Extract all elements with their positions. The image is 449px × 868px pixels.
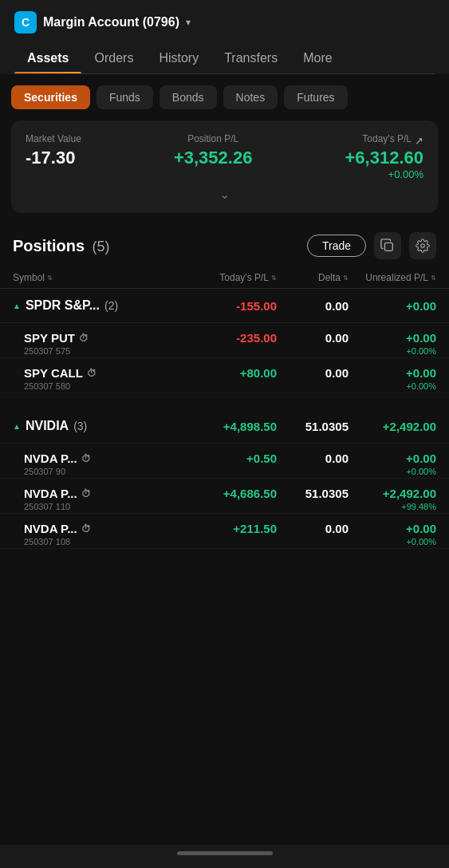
subtab-securities[interactable]: Securities: [11, 85, 90, 109]
spy-call-code: 250307 580: [24, 381, 136, 391]
expand-icon: ⌄: [219, 187, 230, 202]
tab-history[interactable]: History: [146, 43, 211, 73]
collapse-nvidia-icon: ▲: [13, 422, 21, 431]
subtab-bonds[interactable]: Bonds: [160, 85, 217, 109]
nvda-3-todays-pl: +211.50: [233, 522, 277, 535]
todays-pl-col: Today's P/L ↗︎ +6,312.60 +0.00%: [345, 133, 423, 180]
tab-transfers[interactable]: Transfers: [211, 43, 290, 73]
position-row-nvda-2[interactable]: NVDA P... ⏱ 250307 110 +4,686.50 51.0305…: [0, 479, 449, 514]
position-row-spy-call[interactable]: SPY CALL ⏱ 250307 580 +80.00 0.00 +0.00 …: [0, 358, 449, 393]
nvidia-count: (3): [73, 420, 87, 432]
positions-title: Positions (5): [13, 237, 110, 255]
th-todays-pl[interactable]: Today's P/L ⇅: [124, 272, 277, 283]
account-dropdown-icon[interactable]: ▾: [186, 17, 191, 28]
tab-orders[interactable]: Orders: [81, 43, 146, 73]
spy-put-todays-pl: -235.00: [236, 331, 277, 345]
position-row-spy-put[interactable]: SPY PUT ⏱ 250307 575 -235.00 0.00 +0.00 …: [0, 323, 449, 358]
nvda-1-unrealized-pct: +0.00%: [406, 467, 436, 476]
nvda-3-delta: 0.00: [325, 522, 349, 535]
nvda-1-delta: 0.00: [325, 452, 349, 465]
settings-icon[interactable]: [409, 232, 436, 259]
market-value-col: Market Value -17.30: [26, 133, 81, 168]
summary-card: Market Value -17.30 Position P/L +3,352.…: [11, 120, 438, 213]
nvidia-unrealized: +2,492.00: [349, 420, 436, 433]
nvda-3-unrealized: +0.00: [406, 522, 436, 535]
nvda-2-delta: 51.0305: [305, 487, 349, 500]
spdr-unrealized: +0.00: [349, 299, 436, 313]
position-pl-label: Position P/L: [187, 133, 238, 144]
group-row-spdr[interactable]: ▲ SPDR S&P... (2) -155.00 0.00 +0.00: [0, 289, 449, 323]
bottom-bar: [0, 845, 449, 868]
group-row-nvidia[interactable]: ▲ NVIDIA (3) +4,898.50 51.0305 +2,492.00: [0, 409, 449, 444]
spdr-todays-pl: -155.00: [124, 299, 277, 313]
sub-tabs: Securities Funds Bonds Notes Futures: [0, 74, 449, 120]
position-pl-col: Position P/L +3,352.26: [174, 133, 252, 168]
th-unrealized-pl[interactable]: Unrealized P/L ⇅: [349, 272, 436, 283]
market-value-label: Market Value: [26, 133, 81, 144]
spy-call-unrealized-pct: +0.00%: [406, 381, 436, 391]
spy-call-todays-pl-cell: +80.00: [136, 366, 277, 380]
account-title: Margin Account (0796): [43, 15, 179, 30]
positions-header: Positions (5) Trade: [0, 226, 449, 267]
nvda-2-symbol-cell: NVDA P... ⏱ 250307 110: [24, 487, 136, 511]
nav-tabs: Assets Orders History Transfers More: [14, 43, 435, 74]
svg-rect-0: [384, 243, 392, 251]
collapse-spdr-icon: ▲: [13, 302, 21, 310]
spy-call-delta-cell: 0.00: [277, 366, 349, 380]
spy-put-unrealized-cell: +0.00 +0.00%: [349, 331, 436, 356]
svg-point-1: [421, 244, 425, 248]
account-row: C Margin Account (0796) ▾: [14, 11, 435, 43]
nvda-3-unrealized-pct: +0.00%: [406, 537, 436, 546]
subtab-futures[interactable]: Futures: [284, 85, 347, 109]
group-label-nvidia: ▲ NVIDIA (3): [13, 419, 124, 433]
todays-pl-label: Today's P/L: [362, 133, 412, 144]
spy-put-todays-pl-cell: -235.00: [136, 331, 277, 345]
subtab-funds[interactable]: Funds: [96, 85, 153, 109]
spy-put-code: 250307 575: [24, 346, 136, 356]
nvda-3-delta-cell: 0.00: [277, 522, 349, 535]
account-icon: C: [14, 11, 37, 34]
spdr-count: (2): [104, 299, 118, 312]
tab-more[interactable]: More: [290, 43, 345, 73]
spy-put-unrealized-pct: +0.00%: [406, 346, 436, 356]
sort-unrealized-icon: ⇅: [431, 274, 436, 282]
nvda-2-delta-cell: 51.0305: [277, 487, 349, 500]
nvda-1-unrealized: +0.00: [406, 452, 436, 465]
nvda-2-todays-pl: +4,686.50: [223, 487, 277, 500]
sort-symbol-icon: ⇅: [47, 274, 53, 282]
nvda-1-todays-pl: +0.50: [246, 452, 277, 465]
export-icon[interactable]: ↗︎: [415, 135, 423, 147]
position-row-nvda-3[interactable]: NVDA P... ⏱ 250307 108 +211.50 0.00 +0.0…: [0, 514, 449, 549]
nvda-2-code: 250307 110: [24, 502, 136, 511]
nvda-1-code: 250307 90: [24, 467, 136, 476]
nvda-2-todays-pl-cell: +4,686.50: [136, 487, 277, 500]
sort-delta-icon: ⇅: [343, 274, 349, 282]
nvda-3-code: 250307 108: [24, 537, 136, 546]
home-indicator: [177, 851, 273, 855]
th-delta[interactable]: Delta ⇅: [277, 272, 349, 283]
position-pl-value: +3,352.26: [174, 148, 252, 168]
spy-put-delta: 0.00: [325, 331, 349, 345]
clock-icon-spy-call: ⏱: [87, 368, 96, 379]
trade-button[interactable]: Trade: [307, 235, 366, 257]
spy-call-symbol-cell: SPY CALL ⏱ 250307 580: [24, 366, 136, 391]
todays-pl-value: +6,312.60: [345, 148, 423, 168]
market-value: -17.30: [26, 148, 81, 168]
th-symbol[interactable]: Symbol ⇅: [13, 272, 124, 283]
sort-todays-pl-icon: ⇅: [271, 274, 277, 282]
subtab-notes[interactable]: Notes: [223, 85, 278, 109]
nvidia-delta: 51.0305: [277, 420, 349, 433]
spdr-delta: 0.00: [277, 299, 349, 313]
nvda-3-symbol-cell: NVDA P... ⏱ 250307 108: [24, 522, 136, 546]
spy-call-unrealized-cell: +0.00 +0.00%: [349, 366, 436, 391]
clock-icon-nvda-3: ⏱: [81, 523, 91, 535]
group-label-spdr: ▲ SPDR S&P... (2): [13, 298, 124, 313]
copy-icon[interactable]: [374, 232, 401, 259]
group-divider-1: [0, 400, 449, 409]
tab-assets[interactable]: Assets: [14, 43, 81, 73]
expand-row[interactable]: ⌄: [26, 180, 423, 205]
spy-put-symbol-cell: SPY PUT ⏱ 250307 575: [24, 331, 136, 356]
nvidia-todays-pl: +4,898.50: [124, 420, 277, 433]
nvda-1-delta-cell: 0.00: [277, 452, 349, 465]
position-row-nvda-1[interactable]: NVDA P... ⏱ 250307 90 +0.50 0.00 +0.00 +…: [0, 444, 449, 479]
